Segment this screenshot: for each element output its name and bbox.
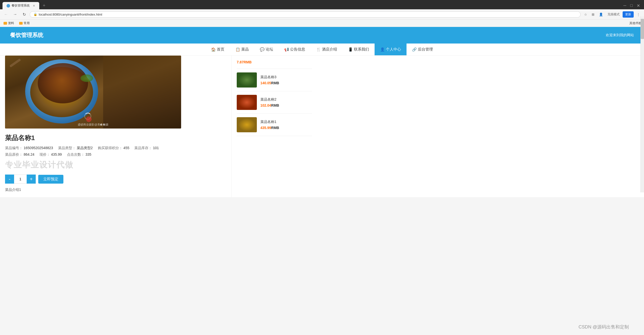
decrease-qty-button[interactable]: - xyxy=(5,175,14,184)
order-button[interactable]: 立即预定 xyxy=(38,175,63,184)
sidebar-price-3: 435.99RMB xyxy=(260,126,312,130)
tab-label: 餐饮管理系统 xyxy=(12,4,30,8)
sidebar-item-3[interactable]: 菜品名称1 435.99RMB xyxy=(237,114,312,136)
original-price-value: 864.24 xyxy=(24,152,34,157)
active-tab[interactable]: 餐饮管理系统 ✕ xyxy=(3,2,39,9)
stock-label: 菜品库存： xyxy=(134,146,152,150)
maximize-btn[interactable]: □ xyxy=(629,3,634,8)
sidebar-item-1[interactable]: 菜品名称3 140.05RMB xyxy=(237,69,312,91)
nav-item-forum[interactable]: 💬 论坛 xyxy=(254,44,279,55)
sidebar-thumb-1 xyxy=(237,72,257,88)
folder-icon-1 xyxy=(4,22,7,25)
nav-item-contact[interactable]: 📱 联系我们 xyxy=(343,44,375,55)
nav-item-home[interactable]: 🏠 首页 xyxy=(206,44,230,55)
original-price-label: 菜品原价： xyxy=(5,152,23,157)
bookmark-folder-2[interactable]: 常用 xyxy=(18,21,31,26)
new-tab-btn[interactable]: + xyxy=(42,3,47,8)
browser-toolbar: ← → ↻ 🔒 localhost:8080/canyinguanli/fron… xyxy=(0,9,644,19)
nav-item-notice[interactable]: 📢 公告信息 xyxy=(279,44,311,55)
increase-qty-button[interactable]: + xyxy=(27,175,36,184)
clicks-item: 点击次数： 335 xyxy=(67,152,91,157)
tab-close-icon[interactable]: ✕ xyxy=(33,4,35,8)
type-value: 菜品类型2 xyxy=(77,146,93,150)
admin-icon: 🔗 xyxy=(412,47,417,52)
close-window-btn[interactable]: ✕ xyxy=(635,3,641,8)
nav-item-dishes[interactable]: 📋 菜品 xyxy=(230,44,254,55)
price-prefix-1: 140.05 xyxy=(260,81,271,85)
type-label: 菜品类型： xyxy=(58,146,76,150)
nav-item-hotel[interactable]: 🍴 酒店介绍 xyxy=(311,44,343,55)
bookmarks-bar: 资料 常用 其他书签 xyxy=(0,19,644,27)
nav-item-admin[interactable]: 🔗 后台管理 xyxy=(407,44,438,55)
meat-layer xyxy=(38,63,88,103)
nav-label-forum: 论坛 xyxy=(266,47,273,52)
food-image-bg: 盛硕商业摄影@美食拍摄 xyxy=(5,56,181,129)
clicks-label: 点击次数： xyxy=(67,152,85,157)
scroll-track[interactable] xyxy=(640,16,644,192)
sidebar-dish-name-3: 菜品名称1 xyxy=(260,120,312,124)
product-type-item: 菜品类型： 菜品类型2 xyxy=(58,146,93,150)
quantity-row: - + 立即预定 xyxy=(5,175,226,184)
code-value: 165095202548823 xyxy=(24,146,53,150)
lock-icon: 🔒 xyxy=(33,13,37,16)
sidebar-top-item: 7.87RMB xyxy=(237,56,312,69)
carousel-dots xyxy=(100,124,105,125)
back-button[interactable]: ← xyxy=(3,11,10,18)
price-rmb-2: RMB xyxy=(271,103,279,107)
current-price-item: 现价： 435.99 xyxy=(39,152,62,157)
nav-label-admin: 后台管理 xyxy=(418,47,433,52)
notice-icon: 📢 xyxy=(284,47,289,52)
star-icon[interactable]: ☆ xyxy=(583,12,589,17)
nav-label-profile: 个人中心 xyxy=(386,47,401,52)
nav-label-dishes: 菜品 xyxy=(241,47,249,52)
sidebar-info-1: 菜品名称3 140.05RMB xyxy=(260,75,312,85)
price-rmb-3: RMB xyxy=(271,126,279,130)
nav-label-hotel: 酒店介绍 xyxy=(322,47,337,52)
nav-item-profile[interactable]: 👤 个人中心 xyxy=(375,44,407,55)
thumb-food1 xyxy=(237,117,257,132)
product-description: 菜品介绍1 xyxy=(5,188,226,192)
points-value: 455 xyxy=(124,146,129,150)
right-sidebar: 7.87RMB 菜品名称3 140.05RMB xyxy=(231,56,317,197)
forward-button[interactable]: → xyxy=(12,11,19,18)
sidebar-item-2[interactable]: 菜品名称2 102.04RMB xyxy=(237,91,312,114)
update-button[interactable]: 更新 xyxy=(623,11,634,18)
grid-icon[interactable]: ⊞ xyxy=(590,12,596,17)
stock-value: 101 xyxy=(153,146,159,150)
dishes-icon: 📋 xyxy=(235,47,240,52)
bookmark-folder-1[interactable]: 资料 xyxy=(3,21,15,26)
cursor-dot xyxy=(86,116,92,122)
profile-icon[interactable]: 👤 xyxy=(597,12,605,17)
nav-label-notice: 公告信息 xyxy=(290,47,305,52)
site-title: 餐饮管理系统 xyxy=(10,31,43,39)
current-price-value: 435.99 xyxy=(51,152,62,157)
contact-icon: 📱 xyxy=(348,47,353,52)
bookmarks-right[interactable]: 其他书签 xyxy=(629,21,641,25)
code-label: 菜品编号： xyxy=(5,146,23,150)
product-info-row-2: 菜品原价： 864.24 现价： 435.99 点击次数： 335 xyxy=(5,152,226,157)
current-price-label: 现价： xyxy=(39,152,50,157)
thumb-food3 xyxy=(237,72,257,88)
address-bar[interactable]: 🔒 localhost:8080/canyinguanli/front/inde… xyxy=(30,11,581,18)
tab-favicon xyxy=(7,4,10,8)
clicks-value: 335 xyxy=(86,152,91,157)
tab-bar: 餐饮管理系统 ✕ + ─ □ ✕ xyxy=(0,0,644,9)
scroll-thumb[interactable] xyxy=(641,19,644,39)
refresh-button[interactable]: ↻ xyxy=(21,11,28,18)
folder-icon-2 xyxy=(19,22,23,25)
product-info-row-1: 菜品编号： 165095202548823 菜品类型： 菜品类型2 购买获得积分… xyxy=(5,146,226,150)
minimize-btn[interactable]: ─ xyxy=(622,3,628,8)
dot1 xyxy=(100,124,102,125)
site-welcome: 欢迎来到我的网站 xyxy=(606,33,634,37)
garnish xyxy=(80,74,93,82)
sidebar-thumb-2 xyxy=(237,95,257,110)
main-content: 盛硕商业摄影@美食拍摄 菜品名称1 菜品编号 xyxy=(0,56,644,197)
sidebar-dish-name-2: 菜品名称2 xyxy=(260,97,312,102)
hotel-icon: 🍴 xyxy=(316,47,321,52)
product-stock-item: 菜品库存： 101 xyxy=(134,146,159,150)
sidebar-thumb-3 xyxy=(237,117,257,132)
sidebar-dish-name-1: 菜品名称3 xyxy=(260,75,312,79)
nav-bar: 🏠 首页 📋 菜品 💬 论坛 📢 公告信息 🍴 酒店介绍 📱 联系我们 👤 个人… xyxy=(0,44,644,56)
quantity-input[interactable] xyxy=(14,175,27,184)
dot2 xyxy=(103,124,105,125)
